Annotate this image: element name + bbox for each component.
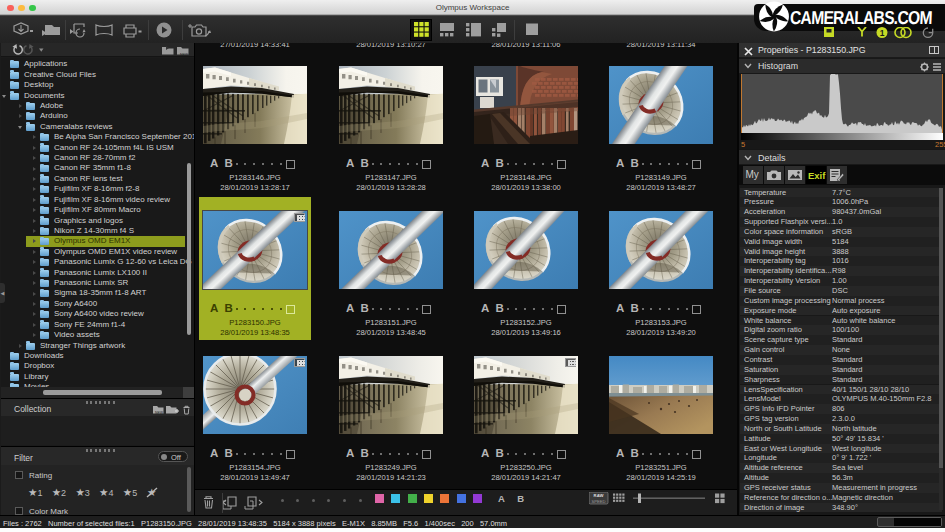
svg-text:1: 1 — [880, 28, 885, 38]
svg-text:RAW: RAW — [594, 493, 604, 498]
svg-text:NEW: NEW — [155, 411, 164, 415]
svg-text:NEW: NEW — [180, 53, 189, 57]
svg-text:SPEED: SPEED — [591, 499, 605, 504]
